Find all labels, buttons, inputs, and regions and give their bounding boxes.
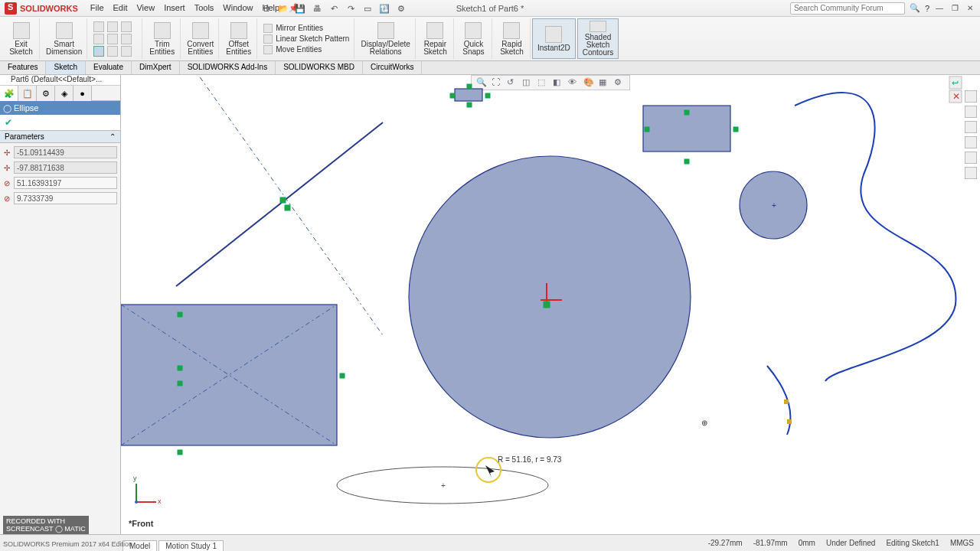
qat-print-icon[interactable]: 🖶 <box>311 2 323 15</box>
tab-mbd[interactable]: SOLIDWORKS MBD <box>276 61 363 74</box>
pm-collapse-icon[interactable]: ⌃ <box>109 132 116 141</box>
tab-sketch[interactable]: Sketch <box>46 61 86 74</box>
svg-rect-2 <box>450 93 455 98</box>
menu-tools[interactable]: Tools <box>194 3 214 13</box>
menu-file[interactable]: File <box>90 3 104 13</box>
param-center-x[interactable] <box>14 146 117 158</box>
pm-ok-icon[interactable]: ✔ <box>5 117 15 128</box>
svg-rect-19 <box>280 197 286 203</box>
logo-mark-icon <box>5 2 17 15</box>
circle-tool-icon[interactable] <box>107 21 118 32</box>
param-cx-icon: ✢ <box>3 147 11 158</box>
tab-addins[interactable]: SOLIDWORKS Add-Ins <box>180 61 276 74</box>
qat-select-icon[interactable]: ▭ <box>361 2 374 15</box>
trim-entities-button[interactable]: Trim Entities <box>144 18 181 59</box>
view-name: *Front <box>129 519 154 528</box>
ellipse-tooltip: R = 51.16, r = 9.73 <box>498 455 562 464</box>
svg-rect-7 <box>733 127 738 132</box>
rapid-sketch-button[interactable]: Rapid Sketch <box>494 18 531 59</box>
param-cy-icon: ✢ <box>3 162 11 173</box>
restore-icon[interactable]: ❐ <box>949 3 960 14</box>
tab-motion-study[interactable]: Motion Study 1 <box>158 540 224 551</box>
svg-rect-0 <box>467 84 472 89</box>
svg-rect-20 <box>285 205 290 210</box>
qat-undo-icon[interactable]: ↶ <box>328 2 340 15</box>
text-tool-icon[interactable] <box>121 46 132 57</box>
tab-evaluate[interactable]: Evaluate <box>86 61 132 74</box>
pm-tab-feature-icon[interactable]: 🧩 <box>0 86 18 101</box>
svg-text:x: x <box>158 497 162 505</box>
arc-center-icon: ⊕ <box>701 419 707 427</box>
point-tool-icon[interactable] <box>121 34 132 44</box>
param-radius-major[interactable] <box>14 177 117 189</box>
qat-open-icon[interactable]: 📂 <box>277 2 289 15</box>
svg-text:↩: ↩ <box>952 78 959 87</box>
property-manager: Part6 (Default<<Default>... 🧩 📋 ⚙ ◈ ● El… <box>0 75 121 534</box>
exit-sketch-button[interactable]: Exit Sketch <box>3 18 40 59</box>
sketch-big-circle[interactable] <box>409 156 691 438</box>
menu-insert[interactable]: Insert <box>164 3 185 13</box>
svg-text:y: y <box>133 474 137 482</box>
qat-new-icon[interactable]: 🗋 <box>260 2 273 15</box>
svg-rect-6 <box>645 127 649 132</box>
cancel-sketch-icon[interactable]: ✕ <box>952 91 960 102</box>
shaded-contours-button[interactable]: Shaded Sketch Contours <box>577 18 619 59</box>
sketch-line-1[interactable] <box>176 122 383 286</box>
cursor-icon <box>485 465 495 478</box>
help-icon[interactable]: ? <box>925 4 929 13</box>
document-title: Sketch1 of Part6 * <box>456 4 524 13</box>
menu-window[interactable]: Window <box>223 3 253 13</box>
convert-entities-button[interactable]: Convert Entities <box>182 18 219 59</box>
display-relations-button[interactable]: Display/Delete Relations <box>356 18 415 59</box>
feature-tree-root[interactable]: Part6 (Default<<Default>... <box>11 75 102 83</box>
rect-tool-icon[interactable] <box>93 34 104 44</box>
confirmation-corner: ↩ ✕ <box>949 77 962 103</box>
svg-rect-10 <box>544 302 550 308</box>
close-icon[interactable]: ✕ <box>965 3 975 14</box>
tab-features[interactable]: Features <box>0 61 46 74</box>
tab-circuitworks[interactable]: CircuitWorks <box>363 61 422 74</box>
move-entities-button[interactable]: Move Entities <box>263 45 349 54</box>
arc-tool-icon[interactable] <box>121 21 132 32</box>
quick-snaps-button[interactable]: Quick Snaps <box>456 18 492 59</box>
pm-tab-property-icon[interactable]: 📋 <box>18 86 37 101</box>
qat-redo-icon[interactable]: ↷ <box>345 2 357 15</box>
instant2d-button[interactable]: Instant2D <box>532 18 576 59</box>
svg-rect-21 <box>784 399 789 404</box>
qat-rebuild-icon[interactable]: 🔃 <box>378 2 390 15</box>
sketch-canvas[interactable]: + ⊕ + R = 51.16, r = 9.73 <box>121 75 980 534</box>
svg-rect-14 <box>178 312 182 317</box>
graphics-area[interactable]: 🔍 ⛶ ↺ ◫ ⬚ ◧ 👁 🎨 ▦ ⚙ <box>121 75 980 534</box>
pm-tab-config-icon[interactable]: ⚙ <box>37 86 55 101</box>
tab-dimxpert[interactable]: DimXpert <box>132 61 180 74</box>
sketch-small-rect[interactable] <box>455 89 482 101</box>
param-center-y[interactable] <box>14 161 117 174</box>
svg-text:+: + <box>772 201 776 210</box>
menu-view[interactable]: View <box>136 3 155 13</box>
linear-pattern-button[interactable]: Linear Sketch Pattern <box>263 34 349 44</box>
sketch-spline[interactable] <box>795 93 956 381</box>
menu-edit[interactable]: Edit <box>113 3 128 13</box>
repair-sketch-button[interactable]: Repair Sketch <box>417 18 454 59</box>
qat-options-icon[interactable]: ⚙ <box>395 2 407 15</box>
offset-entities-button[interactable]: Offset Entities <box>220 18 257 59</box>
fillet-tool-icon[interactable] <box>107 46 118 57</box>
status-bar: SOLIDWORKS Premium 2017 x64 Edition Mode… <box>0 534 980 551</box>
recorder-watermark: RECORDED WITH SCREENCAST ◯ MATIC <box>3 516 89 534</box>
status-x: -29.27mm <box>708 539 743 547</box>
qat-save-icon[interactable]: 💾 <box>294 2 306 15</box>
pm-tab-appearance-icon[interactable]: ● <box>74 86 92 101</box>
smart-dimension-button[interactable]: Smart Dimension <box>41 18 87 59</box>
line-tool-icon[interactable] <box>93 21 104 32</box>
search-input[interactable] <box>790 2 905 15</box>
status-y: -81.97mm <box>753 539 788 547</box>
ellipse-tool-icon[interactable] <box>93 46 104 57</box>
param-radius-minor[interactable] <box>14 192 117 204</box>
pm-tab-display-icon[interactable]: ◈ <box>55 86 74 101</box>
spline-tool-icon[interactable] <box>107 34 118 44</box>
svg-rect-5 <box>684 159 689 164</box>
svg-rect-16 <box>178 366 182 370</box>
minimize-icon[interactable]: — <box>934 3 945 14</box>
search-icon[interactable]: 🔍 <box>910 3 920 13</box>
mirror-entities-button[interactable]: Mirror Entities <box>263 24 349 33</box>
